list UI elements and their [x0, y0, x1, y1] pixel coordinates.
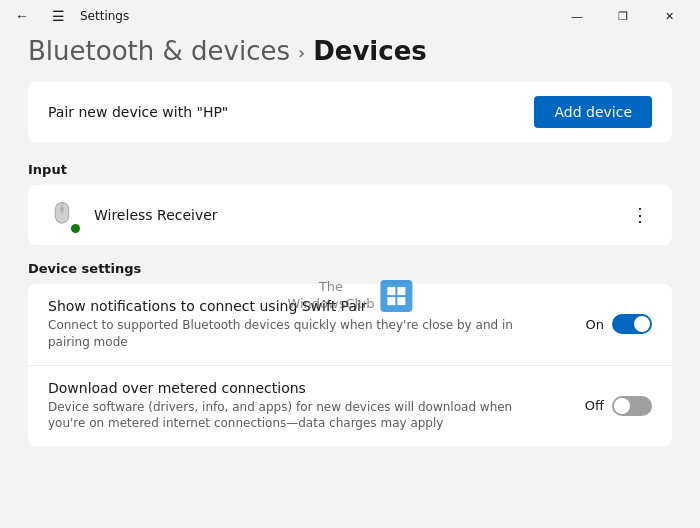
swift-pair-toggle[interactable] — [612, 314, 652, 334]
breadcrumb-chevron: › — [298, 42, 305, 63]
breadcrumb-parent[interactable]: Bluetooth & devices — [28, 36, 290, 66]
metered-row: Download over metered connections Device… — [28, 365, 672, 447]
settings-card: Show notifications to connect using Swif… — [28, 284, 672, 446]
metered-title: Download over metered connections — [48, 380, 545, 396]
add-device-button[interactable]: Add device — [534, 96, 652, 128]
minimize-button[interactable]: — — [554, 0, 600, 32]
page-content: Bluetooth & devices › Devices Pair new d… — [0, 36, 700, 462]
swift-pair-toggle-track — [612, 314, 652, 334]
device-info: Wireless Receiver — [94, 207, 610, 223]
swift-pair-state-label: On — [586, 317, 604, 332]
metered-toggle-track — [612, 396, 652, 416]
back-button[interactable]: ← — [8, 2, 36, 30]
swift-pair-toggle-thumb — [634, 316, 650, 332]
device-card: Wireless Receiver ⋮ — [28, 185, 672, 245]
device-icon — [44, 197, 80, 233]
swift-pair-title: Show notifications to connect using Swif… — [48, 298, 546, 314]
metered-toggle[interactable] — [612, 396, 652, 416]
metered-state-label: Off — [585, 398, 604, 413]
maximize-button[interactable]: ❐ — [600, 0, 646, 32]
input-section-label: Input — [28, 162, 672, 177]
metered-description: Device software (drivers, info, and apps… — [48, 399, 545, 433]
title-bar-left: ← ☰ Settings — [8, 2, 129, 30]
breadcrumb: Bluetooth & devices › Devices — [28, 36, 672, 66]
metered-text: Download over metered connections Device… — [48, 380, 585, 433]
metered-toggle-thumb — [614, 398, 630, 414]
device-settings-label: Device settings — [28, 261, 672, 276]
swift-pair-text: Show notifications to connect using Swif… — [48, 298, 586, 351]
device-name: Wireless Receiver — [94, 207, 610, 223]
swift-pair-right: On — [586, 314, 652, 334]
window-title: Settings — [80, 9, 129, 23]
title-bar-controls: — ❐ ✕ — [554, 0, 692, 32]
close-button[interactable]: ✕ — [646, 0, 692, 32]
metered-right: Off — [585, 396, 652, 416]
hamburger-button[interactable]: ☰ — [44, 2, 72, 30]
title-bar: ← ☰ Settings — ❐ ✕ — [0, 0, 700, 32]
swift-pair-row: Show notifications to connect using Swif… — [28, 284, 672, 365]
device-status-dot — [71, 224, 80, 233]
pair-banner: Pair new device with "HP" Add device — [28, 82, 672, 142]
pair-banner-text: Pair new device with "HP" — [48, 104, 228, 120]
svg-point-2 — [60, 206, 64, 212]
device-more-button[interactable]: ⋮ — [624, 199, 656, 231]
swift-pair-description: Connect to supported Bluetooth devices q… — [48, 317, 546, 351]
breadcrumb-current: Devices — [313, 36, 427, 66]
